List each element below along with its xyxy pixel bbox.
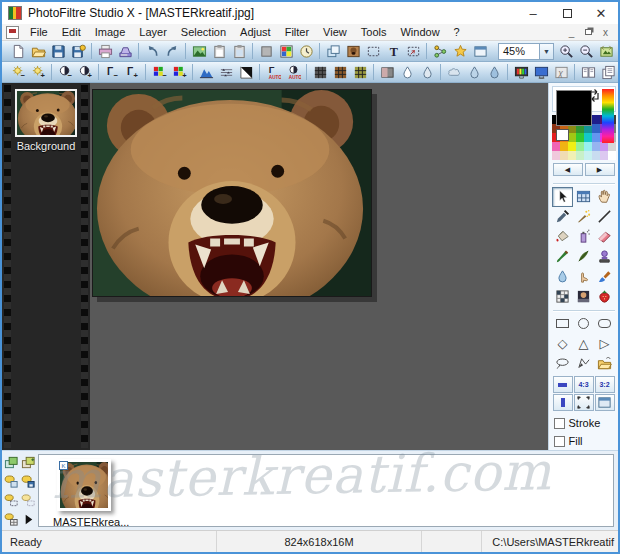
palette-color-30[interactable] [600, 142, 608, 151]
diamond-shape-button[interactable]: ◇ [552, 333, 573, 353]
palette-color-20[interactable] [584, 133, 592, 142]
rounded-rectangle-shape-button[interactable] [594, 313, 615, 333]
menu-selection[interactable]: Selection [174, 25, 233, 39]
deform-tool[interactable] [552, 287, 573, 307]
zoom-in-button[interactable] [556, 42, 576, 61]
brightness-plus-button[interactable]: + [28, 63, 48, 82]
right-triangle-shape-button[interactable]: ▷ [594, 333, 615, 353]
saturation-plus-button[interactable]: + [169, 63, 189, 82]
thumbnail-strip[interactable]: K MASTERkrea... [38, 454, 614, 527]
swap-colors-icon[interactable] [587, 88, 601, 102]
canvas-workspace[interactable] [90, 83, 548, 450]
ellipse-shape-button[interactable] [573, 313, 594, 333]
photomasque-button[interactable] [450, 42, 470, 61]
paste-as-image-button[interactable] [189, 42, 209, 61]
menu-edit[interactable]: Edit [55, 25, 88, 39]
grid-selection-button[interactable] [4, 510, 20, 528]
palette-color-21[interactable] [592, 133, 600, 142]
ratio-1-1-button[interactable] [553, 394, 573, 411]
save-selection-button[interactable] [21, 472, 37, 490]
gradient-button[interactable] [377, 63, 397, 82]
mosaic-small-button[interactable] [310, 63, 330, 82]
eraser-tool[interactable] [594, 227, 615, 247]
stroke-checkbox[interactable] [554, 418, 565, 429]
zoom-level-input[interactable]: 45% [498, 43, 540, 60]
menu-filter[interactable]: Filter [278, 25, 316, 39]
select-ellipse-button[interactable] [4, 472, 20, 490]
palette-color-31[interactable] [608, 142, 616, 151]
auto-contrast-button[interactable]: AUTO [283, 63, 303, 82]
polygon-shape-button[interactable] [573, 353, 594, 373]
palette-color-28[interactable] [584, 142, 592, 151]
saturation-minus-button[interactable]: − [149, 63, 169, 82]
levels-button[interactable] [216, 63, 236, 82]
paste-into-selection-button[interactable] [403, 42, 423, 61]
brush-tool[interactable] [552, 247, 573, 267]
pipette-tool[interactable] [552, 207, 573, 227]
menu-view[interactable]: View [316, 25, 354, 39]
blur-tool-tool[interactable] [552, 267, 573, 287]
menu-help[interactable]: ? [447, 25, 467, 39]
palette-color-18[interactable] [568, 133, 576, 142]
zoom-out-button[interactable] [576, 42, 596, 61]
color-palette-button[interactable] [276, 42, 296, 61]
image-layer-button[interactable] [343, 42, 363, 61]
menu-window[interactable]: Window [393, 25, 446, 39]
clone-stamp-tool[interactable] [594, 247, 615, 267]
line-tool[interactable] [594, 207, 615, 227]
palette-color-19[interactable] [576, 133, 584, 142]
close-button[interactable]: ✕ [584, 2, 618, 24]
palette-color-33[interactable] [560, 151, 568, 160]
palette-color-34[interactable] [568, 151, 576, 160]
gamma-plus-button[interactable]: Γ+ [122, 63, 142, 82]
negative-button[interactable] [236, 63, 256, 82]
blur-more-button[interactable] [484, 63, 504, 82]
palette-color-29[interactable] [592, 142, 600, 151]
palette-color-5[interactable] [592, 115, 600, 124]
menu-file[interactable]: File [23, 25, 55, 39]
menu-layer[interactable]: Layer [132, 25, 174, 39]
mosaic-large-button[interactable] [350, 63, 370, 82]
more-arrow-button[interactable] [21, 510, 37, 528]
new-button[interactable] [8, 42, 28, 61]
palette-color-39[interactable] [608, 151, 616, 160]
layer-duplicate-button[interactable] [21, 453, 37, 471]
text-button[interactable]: T [383, 42, 403, 61]
palette-color-37[interactable] [592, 151, 600, 160]
layer-thumbnail[interactable]: Background [13, 89, 79, 152]
minimize-button[interactable]: – [516, 2, 550, 24]
print-button[interactable] [95, 42, 115, 61]
open-button[interactable] [28, 42, 48, 61]
variations-button[interactable]: χ [551, 63, 571, 82]
hide-selection-button[interactable] [256, 42, 276, 61]
stacked-pages-button[interactable] [598, 63, 618, 82]
ratio-4-3-button[interactable]: 4:3 [574, 376, 594, 393]
palette-color-13[interactable] [592, 124, 600, 133]
mosaic-medium-button[interactable] [330, 63, 350, 82]
fill-checkbox[interactable] [554, 436, 565, 447]
fit-window-button[interactable] [596, 42, 616, 61]
palette-color-24[interactable] [552, 142, 560, 151]
automation-button[interactable] [296, 42, 316, 61]
menu-adjust[interactable]: Adjust [233, 25, 278, 39]
plugin-module-button[interactable] [470, 42, 490, 61]
palette-color-32[interactable] [552, 151, 560, 160]
rectangle-shape-button[interactable] [552, 313, 573, 333]
brightness-minus-button[interactable]: − [8, 63, 28, 82]
smudge-tool[interactable] [573, 267, 594, 287]
palette-color-26[interactable] [568, 142, 576, 151]
save-all-button[interactable] [68, 42, 88, 61]
copy-button[interactable] [209, 42, 229, 61]
paste-button[interactable] [229, 42, 249, 61]
ratio-3-2-button[interactable]: 3:2 [595, 376, 615, 393]
layer-new-button[interactable] [4, 453, 20, 471]
expand-selection-button[interactable] [574, 394, 594, 411]
palette-next-button[interactable]: ▶ [585, 163, 615, 176]
blur-button[interactable] [444, 63, 464, 82]
palette-color-38[interactable] [600, 151, 608, 160]
menu-image[interactable]: Image [88, 25, 133, 39]
sharpen-button[interactable] [397, 63, 417, 82]
stroke-option[interactable]: Stroke [554, 417, 614, 429]
rgb-balance-button[interactable] [511, 63, 531, 82]
side-pages-button[interactable] [578, 63, 598, 82]
